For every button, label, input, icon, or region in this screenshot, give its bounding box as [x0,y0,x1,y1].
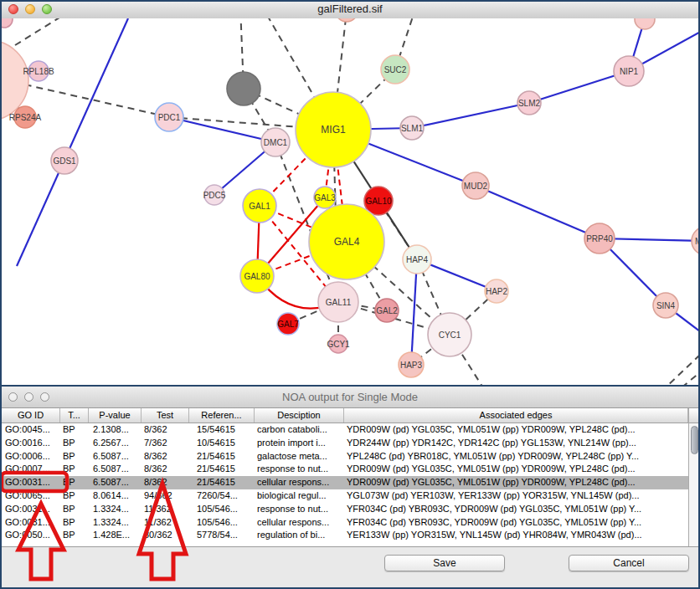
cell-reference[interactable]: 21/54615 [189,450,255,464]
noa-window-title: NOA output for Single Mode [0,391,700,403]
cell-go_id[interactable]: GO:0050... [2,529,60,542]
cell-p_value[interactable]: 6.5087... [89,476,142,489]
cell-edges[interactable]: YDR009W (pd) YGL035C, YML051W (pp) YDR00… [344,423,688,437]
column-header-edges[interactable]: Associated edges [344,408,688,423]
cell-reference[interactable]: 105/546... [189,516,255,530]
cell-p_value[interactable]: 1.3324... [89,503,142,516]
cell-description[interactable]: galactose meta... [255,450,344,464]
column-header-p_value[interactable]: P-value [89,408,142,423]
node-unnamed-gray[interactable] [227,72,260,105]
cell-p_value[interactable]: 1.428E... [89,529,142,542]
table-row-selected[interactable]: GO:0031...BP6.5087...8/36221/54615cellul… [2,476,688,489]
table-row[interactable]: GO:0016...BP6.2567...7/36210/54615protei… [2,437,688,450]
network-canvas[interactable]: RPL18BRPS24AGDS1PDC1DMC1MIG1SUC2SLM1SLM2… [0,18,700,385]
table-row[interactable]: GO:0007...BP6.5087...8/36221/54615respon… [2,463,688,476]
column-header-type[interactable]: T... [60,408,89,423]
cell-test[interactable]: 8/362 [142,476,189,489]
cell-test[interactable]: 80/362 [142,529,189,542]
cell-reference[interactable]: 21/54615 [189,476,255,489]
cell-edges[interactable]: YDR009W (pd) YGL035C, YML051W (pp) YDR00… [344,463,688,476]
cell-type[interactable]: BP [60,437,89,450]
cell-edges[interactable]: YFR034C (pd) YBR093C, YDR009W (pd) YGL03… [344,516,688,530]
cell-reference[interactable]: 10/54615 [189,437,255,450]
cell-test[interactable]: 11/362 [142,503,189,516]
save-button[interactable]: Save [384,555,505,571]
cell-description[interactable]: carbon cataboli... [255,423,344,437]
cell-type[interactable]: BP [60,450,89,464]
cell-p_value[interactable]: 1.3324... [89,516,142,530]
edge-dash [664,355,700,385]
cell-edges[interactable]: YDR009W (pd) YGL035C, YML051W (pp) YDR00… [344,476,688,489]
cell-test[interactable]: 11/362 [142,516,189,530]
column-header-test[interactable]: Test [142,408,189,423]
node-label-PRP40: PRP40 [586,234,613,243]
cell-type[interactable]: BP [60,423,89,437]
table-body: GO:0045...BP2.1308...8/36215/54615carbon… [0,423,688,546]
cell-test[interactable]: 94/362 [142,489,189,503]
table-row[interactable]: GO:0045...BP2.1308...8/36215/54615carbon… [2,423,688,437]
column-header-reference[interactable]: Referen... [189,408,255,423]
cell-p_value[interactable]: 6.2567... [89,437,142,450]
cell-test[interactable]: 7/362 [142,437,189,450]
cell-test[interactable]: 8/362 [142,423,189,437]
cell-go_id[interactable]: GO:0065... [2,489,60,503]
cell-go_id[interactable]: GO:0006... [2,450,60,464]
cell-edges[interactable]: YFR034C (pd) YBR093C, YDR009W (pd) YGL03… [344,503,688,516]
cell-description[interactable]: response to nut... [255,463,344,476]
cell-type[interactable]: BP [60,516,89,530]
cell-test[interactable]: 8/362 [142,463,189,476]
column-header-description[interactable]: Desciption [255,408,344,423]
cell-go_id[interactable]: GO:0031... [2,503,60,516]
cell-edges[interactable]: YER133W (pp) YOR315W, YNL145W (pd) YHR08… [344,529,688,542]
network-graph[interactable]: RPL18BRPS24AGDS1PDC1DMC1MIG1SUC2SLM1SLM2… [0,18,700,385]
table-row[interactable]: GO:0050...BP1.428E...80/3625778/54...reg… [2,529,688,542]
cell-description[interactable]: cellular respons... [255,516,344,530]
cell-p_value[interactable]: 6.5087... [89,450,142,464]
node-label-GAL80: GAL80 [244,272,270,281]
cell-reference[interactable]: 21/54615 [189,463,255,476]
cell-edges[interactable]: YDR244W (pp) YDR142C, YDR142C (pp) YGL15… [344,437,688,450]
node-corner-top-left[interactable] [0,18,13,28]
cell-go_id[interactable]: GO:0007... [2,463,60,476]
table-row[interactable]: GO:0006...BP6.5087...8/36221/54615galact… [2,450,688,464]
cell-reference[interactable]: 5778/54... [189,529,255,542]
cell-edges[interactable]: YPL248C (pd) YBR018C, YML051W (pp) YDR00… [344,450,688,464]
column-header-go_id[interactable]: GO ID [2,408,60,423]
cell-test[interactable]: 8/362 [142,450,189,464]
table-row[interactable]: GO:0065...BP8.0614...94/3627260/54...bio… [2,489,688,503]
cell-edges[interactable]: YGL073W (pd) YER103W, YER133W (pp) YOR31… [344,489,688,503]
cell-go_id[interactable]: GO:0016... [2,437,60,450]
cell-description[interactable]: response to nut... [255,503,344,516]
node-top-mid[interactable] [336,18,358,22]
scrollbar-thumb[interactable] [691,426,698,454]
cell-reference[interactable]: 7260/54... [189,489,255,503]
cell-p_value[interactable]: 8.0614... [89,489,142,503]
cell-description[interactable]: biological regul... [255,489,344,503]
cell-reference[interactable]: 105/546... [189,503,255,516]
cancel-button[interactable]: Cancel [569,555,689,571]
vertical-scrollbar[interactable] [688,408,700,546]
cell-type[interactable]: BP [60,476,89,489]
table-row[interactable]: GO:0031...BP1.3324...11/362105/546...cel… [2,516,688,530]
node-label-PDC5: PDC5 [203,191,226,200]
cell-reference[interactable]: 15/54615 [189,423,255,437]
button-panel: Save Cancel [0,546,700,589]
noa-titlebar[interactable]: NOA output for Single Mode [0,387,700,408]
cell-type[interactable]: BP [60,463,89,476]
cell-description[interactable]: cellular respons... [255,476,344,489]
cell-go_id[interactable]: GO:0031... [2,516,60,530]
network-window-titlebar[interactable]: galFiltered.sif [0,0,700,19]
cell-go_id[interactable]: GO:0031... [2,476,60,489]
cell-type[interactable]: BP [60,489,89,503]
cell-p_value[interactable]: 2.1308... [89,423,142,437]
node-label-GAL2: GAL2 [376,306,398,315]
cell-type[interactable]: BP [60,529,89,542]
cell-p_value[interactable]: 6.5087... [89,463,142,476]
cell-description[interactable]: protein import i... [255,437,344,450]
cell-type[interactable]: BP [60,503,89,516]
node-label-GCY1: GCY1 [327,340,350,349]
cell-description[interactable]: regulation of bi... [255,529,344,542]
node-corner-top-right[interactable] [635,18,655,29]
table-row[interactable]: GO:0031...BP1.3324...11/362105/546...res… [2,503,688,516]
cell-go_id[interactable]: GO:0045... [2,423,60,437]
